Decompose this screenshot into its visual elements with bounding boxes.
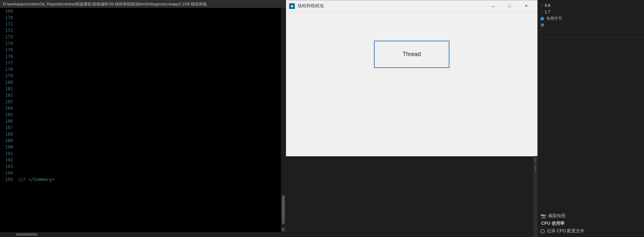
wpf-titlebar-buttons: — □ ✕ (485, 0, 534, 12)
wpf-maximize-button[interactable]: □ (501, 0, 518, 12)
wpf-titlebar: ■ 线程和线程池 — □ ✕ (286, 0, 537, 12)
cpu-usage-label: CPU 使用率 (541, 220, 565, 227)
code-line-172 (18, 27, 283, 34)
code-line-189 (18, 137, 283, 144)
code-line-175 (18, 47, 283, 53)
dot-indicator-icon (540, 17, 544, 20)
wpf-app-icon: ■ (289, 3, 295, 9)
code-line-173 (18, 34, 283, 40)
divider-bar-1 (535, 158, 536, 163)
code-area: 169 170 171 172 173 174 175 176 177 178 … (0, 8, 286, 237)
arrow-down-icon: ↓ (540, 9, 543, 14)
cpu-record-label: 记录 CPU 配置文件 (547, 228, 584, 234)
camera-icon: 📷 (540, 213, 546, 219)
screenshot-row[interactable]: 📷 截取快照 (540, 213, 641, 219)
cpu-section: 📷 截取快照 CPU 使用率 记录 CPU 配置文件 (540, 213, 641, 234)
right-panel: ↑ 9.8 ↓ 1.7 专用字节 率 📷 截取快照 CPU 使用率 记录 CPU (538, 0, 644, 237)
code-line-177 (18, 60, 283, 66)
code-line-188 (18, 131, 283, 137)
resize-divider[interactable] (533, 156, 538, 237)
code-line-194 (18, 170, 283, 176)
code-line-195: /// </Summary> (18, 176, 283, 183)
code-text-195: /// </Summary> (18, 177, 54, 182)
network-up-row: ↑ 9.8 (540, 3, 641, 8)
divider-bar-2 (535, 166, 536, 172)
radio-button-icon[interactable] (540, 229, 545, 233)
code-line-193 (18, 163, 283, 170)
arrow-up-icon: ↑ (540, 3, 543, 8)
code-line-185 (18, 111, 283, 118)
code-line-187 (18, 124, 283, 131)
code-line-190 (18, 144, 283, 150)
wpf-minimize-button[interactable]: — (485, 0, 501, 12)
code-line-192 (18, 157, 283, 163)
cpu-usage-row: CPU 使用率 (540, 220, 641, 227)
code-line-182 (18, 92, 283, 99)
editor-horizontal-scrollbar[interactable] (0, 232, 286, 237)
wpf-icon-symbol: ■ (291, 4, 293, 8)
code-editor: D:\workspace\codes\Git_Repositry\dotnet高… (0, 0, 286, 237)
editor-vertical-scrollbar[interactable]: ▼ (281, 8, 286, 232)
thread-button[interactable]: Thread (374, 41, 449, 68)
code-line-176 (18, 53, 283, 60)
wpf-title-text: 线程和线程池 (298, 3, 485, 9)
code-line-183 (18, 99, 283, 105)
code-line-186 (18, 118, 283, 124)
network-down-value: 1.7 (545, 10, 550, 14)
right-panel-cpu: 📷 截取快照 CPU 使用率 记录 CPU 配置文件 (538, 38, 644, 237)
editor-titlebar: D:\workspace\codes\Git_Repositry\dotnet高… (0, 0, 286, 8)
wpf-content: Thread (286, 12, 537, 156)
right-panel-network: ↑ 9.8 ↓ 1.7 专用字节 率 (538, 0, 644, 38)
code-line-178 (18, 66, 283, 73)
wpf-window: ■ 线程和线程池 — □ ✕ Thread (286, 0, 538, 156)
code-line-191 (18, 150, 283, 157)
code-line-169 (18, 8, 283, 14)
code-line-170 (18, 14, 283, 21)
scroll-down-arrow[interactable]: ▼ (281, 227, 286, 232)
network-up-value: 9.8 (545, 3, 550, 8)
code-line-179 (18, 73, 283, 79)
code-line-181 (18, 86, 283, 92)
wpf-close-button[interactable]: ✕ (518, 0, 534, 12)
editor-vscroll-thumb (282, 195, 285, 224)
line-numbers: 169 170 171 172 173 174 175 176 177 178 … (0, 8, 15, 237)
cpu-record-row[interactable]: 记录 CPU 配置文件 (540, 228, 641, 234)
editor-titlebar-text: D:\workspace\codes\Git_Repositry\dotnet高… (3, 1, 207, 7)
code-line-184 (18, 105, 283, 111)
code-line-180 (18, 79, 283, 86)
rate-label: 率 (540, 23, 544, 28)
screenshot-label: 截取快照 (548, 213, 566, 219)
exclusive-bytes-row: 专用字节 (540, 16, 641, 21)
code-line-171 (18, 21, 283, 27)
code-content: /// </Summary> (15, 8, 286, 237)
network-down-row: ↓ 1.7 (540, 9, 641, 14)
scroll-indicator (16, 233, 37, 236)
rate-row: 率 (540, 23, 641, 28)
exclusive-bytes-label: 专用字节 (546, 16, 562, 21)
code-line-174 (18, 40, 283, 47)
